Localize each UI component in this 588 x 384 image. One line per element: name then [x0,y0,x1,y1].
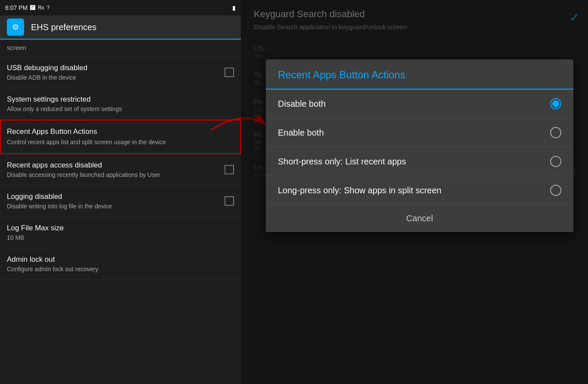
status-icon-wifi: ? [47,5,50,11]
dialog-option-disable-both[interactable]: Disable both [266,90,573,118]
list-item-screen[interactable]: screen [0,40,241,57]
list-item-recent-subtitle: Control recent apps list and split scree… [7,138,234,147]
usb-checkbox[interactable] [225,68,234,77]
list-item-admin-content: Admin lock out Configure admin lock out … [7,255,98,273]
recent-access-checkbox[interactable] [225,165,234,174]
dialog-cancel-label: Cancel [406,214,433,223]
list-item-log-subtitle: 10 MB [7,234,64,241]
list-item-usb-title: USB debugging disabled [7,64,218,72]
dialog-option-disable-both-label: Disable both [278,99,550,109]
app-icon: ⚙ [7,19,24,36]
list-item-usb-debugging[interactable]: USB debugging disabled Disable ADB in th… [0,57,241,88]
list-item-recent-title: Recent Apps Button Actions [7,127,234,136]
list-item-system-title: System settings restricted [7,95,234,104]
left-panel: screen USB debugging disabled Disable AD… [0,40,241,384]
status-icon-rx: Rx [38,5,44,11]
radio-short-press[interactable] [550,156,561,167]
list-item-admin-title: Admin lock out [7,255,98,264]
list-item-log-title: Log File Max size [7,224,64,232]
radio-long-press[interactable] [550,185,561,196]
list-item-recent-access[interactable]: Recent apps access disabled Disable acce… [0,154,241,186]
app-title: EHS preferences [31,22,96,32]
dialog-title: Recent Apps Button Actions [278,69,405,81]
status-icon-p: 🅿 [30,5,35,11]
list-item-logging-title: Logging disabled [7,192,218,201]
dialog-option-short-press-label: Short-press only: List recent apps [278,156,543,167]
app-header: ⚙ EHS preferences [0,15,241,40]
list-item-system-subtitle: Allow only a reduced set of system setti… [7,105,234,112]
list-item-recent-content: Recent Apps Button Actions Control recen… [7,127,234,147]
status-time: 6:07 PM [5,4,28,11]
battery-icon: ▮ [232,4,236,11]
dialog: Recent Apps Button Actions Disable both … [266,59,573,232]
list-item-usb-content: USB debugging disabled Disable ADB in th… [7,64,225,81]
list-item-screen-title: screen [7,44,26,51]
radio-disable-both[interactable] [550,98,561,109]
dialog-option-long-press[interactable]: Long-press only: Show apps in split scre… [266,176,573,205]
list-item-logging-subtitle: Disable writing into log file in the dev… [7,203,218,210]
logging-checkbox[interactable] [225,196,234,206]
dialog-option-short-press[interactable]: Short-press only: List recent apps [266,147,573,176]
dialog-title-section: Recent Apps Button Actions [266,59,573,90]
list-item-usb-subtitle: Disable ADB in the device [7,74,218,81]
list-item-recent-access-title: Recent apps access disabled [7,161,218,170]
list-item-system-settings[interactable]: System settings restricted Allow only a … [0,88,241,120]
list-item-recent-access-content: Recent apps access disabled Disable acce… [7,161,225,178]
status-bar: 6:07 PM 🅿 Rx ? ▮ [0,0,241,15]
list-item-logging[interactable]: Logging disabled Disable writing into lo… [0,186,241,217]
list-item-admin-lockout[interactable]: Admin lock out Configure admin lock out … [0,248,241,280]
dialog-option-enable-both-label: Enable both [278,128,550,138]
list-item-system-content: System settings restricted Allow only a … [7,95,234,112]
list-item-recent-apps[interactable]: Recent Apps Button Actions Control recen… [0,120,241,154]
list-item-recent-access-subtitle: Disable accessing recently launched appl… [7,171,218,178]
radio-enable-both[interactable] [550,127,561,138]
dialog-cancel-button[interactable]: Cancel [266,205,573,232]
list-item-log-content: Log File Max size 10 MB [7,224,64,241]
list-item-log-file[interactable]: Log File Max size 10 MB [0,217,241,248]
dialog-option-enable-both[interactable]: Enable both [266,118,573,147]
list-item-admin-subtitle: Configure admin lock out recovery [7,266,98,273]
dialog-option-long-press-label: Long-press only: Show apps in split scre… [278,185,543,196]
list-item-logging-content: Logging disabled Disable writing into lo… [7,192,225,210]
radio-inner-disable-both [552,100,559,107]
